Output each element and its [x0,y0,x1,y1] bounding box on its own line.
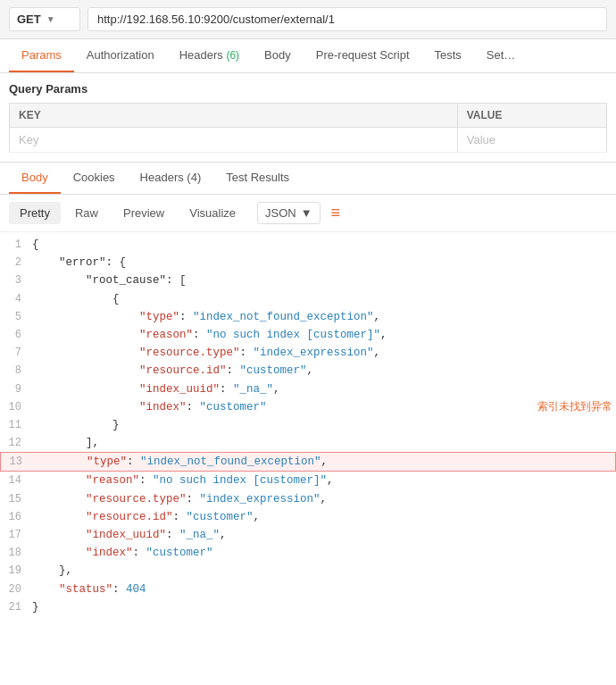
line-number: 21 [4,598,32,616]
json-line: 15 "resource.type": "index_expression", [0,490,616,508]
line-number: 4 [4,290,32,308]
format-select[interactable]: JSON ▼ [257,202,320,224]
method-label: GET [17,13,41,26]
headers-badge: (6) [226,49,239,62]
params-table: KEY VALUE Key Value [9,103,607,153]
line-content: "root_cause": [ [32,271,612,289]
line-content: { [32,236,612,254]
line-content: "index": "customer" [32,398,529,416]
json-line: 3 "root_cause": [ [0,271,616,289]
query-params-title: Query Params [9,82,607,96]
line-content: "reason": "no such index [customer]", [32,326,612,344]
line-number: 1 [4,236,32,254]
json-line: 7 "resource.type": "index_expression", [0,344,616,362]
tab-response-body[interactable]: Body [9,163,61,194]
line-content: "status": 404 [32,581,612,598]
line-number: 2 [4,254,32,271]
line-content: "index_uuid": "_na_", [32,380,612,398]
line-number: 15 [4,490,32,508]
annotation-label: 索引未找到异常 [537,398,612,415]
line-content: ], [32,434,612,452]
json-line: 4 { [0,290,616,308]
line-content: "resource.id": "customer", [32,508,612,526]
tab-response-headers[interactable]: Headers (4) [128,163,214,194]
json-content: 1{2 "error": {3 "root_cause": [4 {5 "typ… [0,232,616,620]
line-number: 3 [4,271,32,289]
line-number: 18 [4,544,32,562]
key-header: KEY [10,104,458,128]
json-line: 2 "error": { [0,254,616,271]
line-number: 16 [4,508,32,526]
line-number: 17 [4,526,32,544]
method-chevron-icon: ▼ [46,14,55,24]
line-content: "error": { [32,254,612,271]
raw-button[interactable]: Raw [64,202,109,224]
tab-headers[interactable]: Headers (6) [167,39,252,72]
tab-params[interactable]: Params [9,39,74,72]
line-number: 9 [4,380,32,398]
line-content: } [32,598,612,616]
line-number: 7 [4,344,32,362]
json-line: 1{ [0,236,616,254]
json-line: 21} [0,598,616,616]
line-number: 14 [4,472,32,489]
json-line: 11 } [0,416,616,434]
tab-prerequest[interactable]: Pre-request Script [304,39,422,72]
line-content: { [32,290,612,308]
format-chevron-icon: ▼ [301,206,312,220]
json-line: 17 "index_uuid": "_na_", [0,526,616,544]
line-number: 12 [4,434,32,452]
line-content: "index": "customer" [32,544,612,562]
line-content: } [32,416,612,434]
line-content: "resource.id": "customer", [32,362,612,380]
json-line: 8 "resource.id": "customer", [0,362,616,380]
method-dropdown[interactable]: GET ▼ [9,7,80,31]
response-tabs: Body Cookies Headers (4) Test Results [0,163,616,195]
line-content: "resource.type": "index_expression", [32,490,612,508]
line-number: 6 [4,326,32,344]
line-number: 19 [4,562,32,580]
line-content: "reason": "no such index [customer]", [32,472,612,489]
tab-body[interactable]: Body [252,39,304,72]
table-row: Key Value [10,128,607,153]
url-bar: GET ▼ [0,0,616,39]
line-number: 20 [4,581,32,598]
line-number: 10 [4,398,32,416]
visualize-button[interactable]: Visualize [179,202,246,224]
line-content: }, [32,562,612,580]
tab-settings[interactable]: Set… [474,39,529,72]
line-number: 13 [4,453,33,471]
preview-button[interactable]: Preview [112,202,175,224]
pretty-button[interactable]: Pretty [9,202,61,224]
value-input-cell[interactable]: Value [457,128,606,153]
json-line: 9 "index_uuid": "_na_", [0,380,616,398]
url-input[interactable] [87,7,607,31]
key-input-cell[interactable]: Key [10,128,458,153]
json-line: 13 "type": "index_not_found_exception", [0,452,616,472]
json-line: 19 }, [0,562,616,580]
tab-tests[interactable]: Tests [422,39,474,72]
line-content: "resource.type": "index_expression", [32,344,612,362]
json-line: 20 "status": 404 [0,581,616,598]
line-number: 11 [4,416,32,434]
body-toolbar: Pretty Raw Preview Visualize JSON ▼ ≡ [0,195,616,232]
format-label: JSON [265,206,296,220]
json-line: 10 "index": "customer"索引未找到异常 [0,398,616,416]
tab-response-cookies[interactable]: Cookies [61,163,128,194]
query-params-section: Query Params KEY VALUE Key Value [0,73,616,163]
tab-response-test-results[interactable]: Test Results [213,163,302,194]
json-line: 5 "type": "index_not_found_exception", [0,308,616,326]
line-content: "index_uuid": "_na_", [32,526,612,544]
json-line: 12 ], [0,434,616,452]
line-content: "type": "index_not_found_exception", [33,453,612,471]
value-header: VALUE [457,104,606,128]
json-line: 16 "resource.id": "customer", [0,508,616,526]
line-number: 8 [4,362,32,380]
json-line: 6 "reason": "no such index [customer]", [0,326,616,344]
wrap-icon[interactable]: ≡ [331,204,341,222]
json-line: 18 "index": "customer" [0,544,616,562]
line-content: "type": "index_not_found_exception", [32,308,612,326]
json-line: 14 "reason": "no such index [customer]", [0,472,616,489]
line-number: 5 [4,308,32,326]
tab-authorization[interactable]: Authorization [74,39,167,72]
